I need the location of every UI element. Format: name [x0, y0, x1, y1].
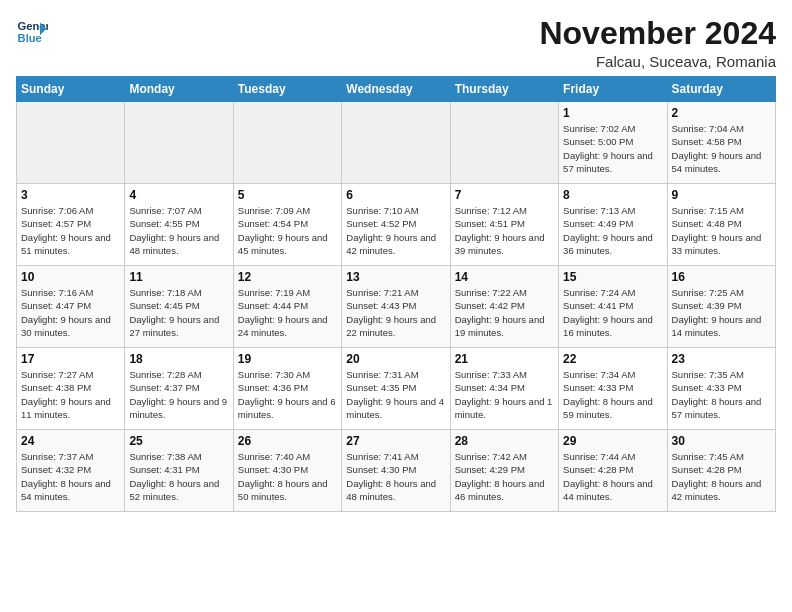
day-info: Sunrise: 7:44 AM Sunset: 4:28 PM Dayligh… [563, 450, 662, 503]
calendar-cell [125, 102, 233, 184]
day-number: 8 [563, 188, 662, 202]
day-info: Sunrise: 7:37 AM Sunset: 4:32 PM Dayligh… [21, 450, 120, 503]
day-number: 27 [346, 434, 445, 448]
calendar-cell: 24Sunrise: 7:37 AM Sunset: 4:32 PM Dayli… [17, 430, 125, 512]
calendar-cell: 30Sunrise: 7:45 AM Sunset: 4:28 PM Dayli… [667, 430, 775, 512]
calendar-cell: 8Sunrise: 7:13 AM Sunset: 4:49 PM Daylig… [559, 184, 667, 266]
logo: General Blue [16, 16, 48, 48]
calendar-cell: 14Sunrise: 7:22 AM Sunset: 4:42 PM Dayli… [450, 266, 558, 348]
day-number: 12 [238, 270, 337, 284]
header-saturday: Saturday [667, 77, 775, 102]
day-number: 16 [672, 270, 771, 284]
day-info: Sunrise: 7:09 AM Sunset: 4:54 PM Dayligh… [238, 204, 337, 257]
calendar-cell: 1Sunrise: 7:02 AM Sunset: 5:00 PM Daylig… [559, 102, 667, 184]
calendar-cell: 29Sunrise: 7:44 AM Sunset: 4:28 PM Dayli… [559, 430, 667, 512]
header-monday: Monday [125, 77, 233, 102]
day-info: Sunrise: 7:42 AM Sunset: 4:29 PM Dayligh… [455, 450, 554, 503]
location: Falcau, Suceava, Romania [539, 53, 776, 70]
day-number: 17 [21, 352, 120, 366]
calendar-cell: 26Sunrise: 7:40 AM Sunset: 4:30 PM Dayli… [233, 430, 341, 512]
calendar-cell: 3Sunrise: 7:06 AM Sunset: 4:57 PM Daylig… [17, 184, 125, 266]
day-number: 20 [346, 352, 445, 366]
header-sunday: Sunday [17, 77, 125, 102]
calendar-cell: 13Sunrise: 7:21 AM Sunset: 4:43 PM Dayli… [342, 266, 450, 348]
calendar-cell [17, 102, 125, 184]
day-info: Sunrise: 7:30 AM Sunset: 4:36 PM Dayligh… [238, 368, 337, 421]
day-number: 30 [672, 434, 771, 448]
calendar-cell: 22Sunrise: 7:34 AM Sunset: 4:33 PM Dayli… [559, 348, 667, 430]
calendar-cell [450, 102, 558, 184]
calendar-cell: 10Sunrise: 7:16 AM Sunset: 4:47 PM Dayli… [17, 266, 125, 348]
page-container: General Blue November 2024 Falcau, Sucea… [0, 0, 792, 522]
day-info: Sunrise: 7:31 AM Sunset: 4:35 PM Dayligh… [346, 368, 445, 421]
day-number: 10 [21, 270, 120, 284]
calendar-week-4: 24Sunrise: 7:37 AM Sunset: 4:32 PM Dayli… [17, 430, 776, 512]
calendar-header-row: Sunday Monday Tuesday Wednesday Thursday… [17, 77, 776, 102]
day-info: Sunrise: 7:22 AM Sunset: 4:42 PM Dayligh… [455, 286, 554, 339]
calendar-cell: 11Sunrise: 7:18 AM Sunset: 4:45 PM Dayli… [125, 266, 233, 348]
day-info: Sunrise: 7:33 AM Sunset: 4:34 PM Dayligh… [455, 368, 554, 421]
day-number: 2 [672, 106, 771, 120]
day-info: Sunrise: 7:38 AM Sunset: 4:31 PM Dayligh… [129, 450, 228, 503]
calendar-cell: 9Sunrise: 7:15 AM Sunset: 4:48 PM Daylig… [667, 184, 775, 266]
logo-icon: General Blue [16, 16, 48, 48]
calendar-week-1: 3Sunrise: 7:06 AM Sunset: 4:57 PM Daylig… [17, 184, 776, 266]
day-number: 13 [346, 270, 445, 284]
day-number: 24 [21, 434, 120, 448]
calendar-cell: 23Sunrise: 7:35 AM Sunset: 4:33 PM Dayli… [667, 348, 775, 430]
day-number: 19 [238, 352, 337, 366]
day-number: 4 [129, 188, 228, 202]
day-info: Sunrise: 7:16 AM Sunset: 4:47 PM Dayligh… [21, 286, 120, 339]
calendar-cell: 17Sunrise: 7:27 AM Sunset: 4:38 PM Dayli… [17, 348, 125, 430]
day-number: 9 [672, 188, 771, 202]
day-number: 23 [672, 352, 771, 366]
calendar-cell: 7Sunrise: 7:12 AM Sunset: 4:51 PM Daylig… [450, 184, 558, 266]
header-wednesday: Wednesday [342, 77, 450, 102]
day-number: 21 [455, 352, 554, 366]
day-number: 5 [238, 188, 337, 202]
day-number: 11 [129, 270, 228, 284]
calendar-week-0: 1Sunrise: 7:02 AM Sunset: 5:00 PM Daylig… [17, 102, 776, 184]
day-info: Sunrise: 7:02 AM Sunset: 5:00 PM Dayligh… [563, 122, 662, 175]
day-info: Sunrise: 7:41 AM Sunset: 4:30 PM Dayligh… [346, 450, 445, 503]
day-number: 15 [563, 270, 662, 284]
day-info: Sunrise: 7:15 AM Sunset: 4:48 PM Dayligh… [672, 204, 771, 257]
calendar-cell [233, 102, 341, 184]
day-info: Sunrise: 7:24 AM Sunset: 4:41 PM Dayligh… [563, 286, 662, 339]
day-number: 3 [21, 188, 120, 202]
day-number: 6 [346, 188, 445, 202]
calendar-cell: 12Sunrise: 7:19 AM Sunset: 4:44 PM Dayli… [233, 266, 341, 348]
calendar-cell: 15Sunrise: 7:24 AM Sunset: 4:41 PM Dayli… [559, 266, 667, 348]
calendar-cell: 19Sunrise: 7:30 AM Sunset: 4:36 PM Dayli… [233, 348, 341, 430]
calendar-cell: 2Sunrise: 7:04 AM Sunset: 4:58 PM Daylig… [667, 102, 775, 184]
day-number: 28 [455, 434, 554, 448]
day-info: Sunrise: 7:40 AM Sunset: 4:30 PM Dayligh… [238, 450, 337, 503]
day-info: Sunrise: 7:13 AM Sunset: 4:49 PM Dayligh… [563, 204, 662, 257]
month-title: November 2024 [539, 16, 776, 51]
day-info: Sunrise: 7:45 AM Sunset: 4:28 PM Dayligh… [672, 450, 771, 503]
calendar-cell: 25Sunrise: 7:38 AM Sunset: 4:31 PM Dayli… [125, 430, 233, 512]
calendar-cell: 16Sunrise: 7:25 AM Sunset: 4:39 PM Dayli… [667, 266, 775, 348]
calendar-week-3: 17Sunrise: 7:27 AM Sunset: 4:38 PM Dayli… [17, 348, 776, 430]
calendar-cell [342, 102, 450, 184]
day-info: Sunrise: 7:07 AM Sunset: 4:55 PM Dayligh… [129, 204, 228, 257]
day-number: 26 [238, 434, 337, 448]
day-number: 1 [563, 106, 662, 120]
day-info: Sunrise: 7:35 AM Sunset: 4:33 PM Dayligh… [672, 368, 771, 421]
day-number: 7 [455, 188, 554, 202]
calendar-cell: 18Sunrise: 7:28 AM Sunset: 4:37 PM Dayli… [125, 348, 233, 430]
svg-text:Blue: Blue [18, 32, 42, 44]
calendar-cell: 5Sunrise: 7:09 AM Sunset: 4:54 PM Daylig… [233, 184, 341, 266]
day-info: Sunrise: 7:04 AM Sunset: 4:58 PM Dayligh… [672, 122, 771, 175]
day-info: Sunrise: 7:21 AM Sunset: 4:43 PM Dayligh… [346, 286, 445, 339]
day-info: Sunrise: 7:34 AM Sunset: 4:33 PM Dayligh… [563, 368, 662, 421]
title-block: November 2024 Falcau, Suceava, Romania [539, 16, 776, 70]
day-info: Sunrise: 7:12 AM Sunset: 4:51 PM Dayligh… [455, 204, 554, 257]
day-info: Sunrise: 7:25 AM Sunset: 4:39 PM Dayligh… [672, 286, 771, 339]
calendar-week-2: 10Sunrise: 7:16 AM Sunset: 4:47 PM Dayli… [17, 266, 776, 348]
header: General Blue November 2024 Falcau, Sucea… [16, 16, 776, 70]
day-info: Sunrise: 7:28 AM Sunset: 4:37 PM Dayligh… [129, 368, 228, 421]
calendar-table: Sunday Monday Tuesday Wednesday Thursday… [16, 76, 776, 512]
day-number: 22 [563, 352, 662, 366]
header-thursday: Thursday [450, 77, 558, 102]
